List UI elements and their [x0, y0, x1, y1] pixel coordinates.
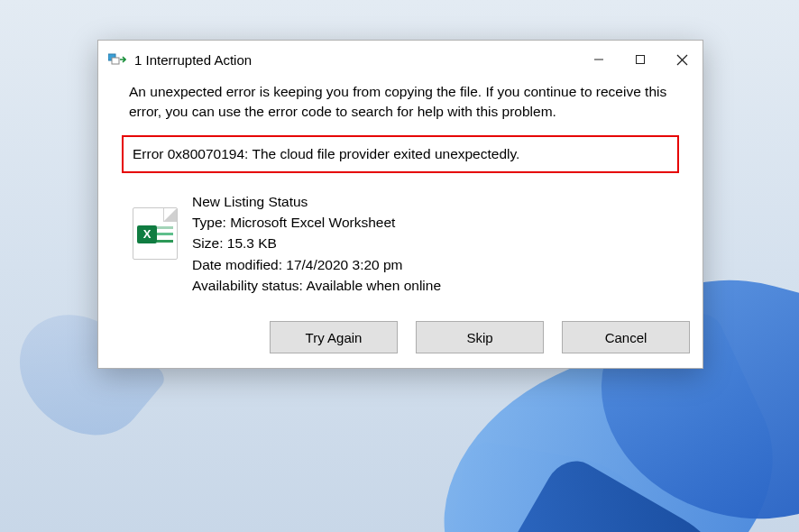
svg-rect-1: [112, 58, 119, 64]
cancel-button[interactable]: Cancel: [562, 321, 690, 353]
file-modified-row: Date modified: 17/4/2020 3:20 pm: [192, 254, 441, 275]
interrupted-action-dialog: 1 Interrupted Action An unexpected error…: [97, 40, 703, 369]
file-name: New Listing Status: [192, 191, 441, 212]
titlebar: 1 Interrupted Action: [98, 41, 703, 78]
excel-file-icon: X: [133, 207, 178, 260]
error-message: An unexpected error is keeping you from …: [129, 82, 672, 123]
file-availability-row: Availability status: Available when onli…: [192, 275, 441, 296]
error-code-line: Error 0x80070194: The cloud file provide…: [122, 135, 679, 173]
dialog-content: An unexpected error is keeping you from …: [98, 78, 703, 296]
dialog-buttons: Try Again Skip Cancel: [98, 312, 703, 368]
skip-button[interactable]: Skip: [416, 321, 544, 353]
file-size-row: Size: 15.3 KB: [192, 233, 441, 253]
file-details-block: X New Listing Status Type: Microsoft Exc…: [129, 191, 672, 296]
dialog-title: 1 Interrupted Action: [134, 52, 252, 68]
file-type-row: Type: Microsoft Excel Worksheet: [192, 212, 441, 233]
maximize-button[interactable]: [620, 41, 661, 78]
svg-rect-3: [637, 56, 645, 64]
try-again-button[interactable]: Try Again: [270, 321, 398, 353]
close-button[interactable]: [661, 41, 703, 78]
copy-dialog-icon: [107, 50, 127, 69]
minimize-button[interactable]: [578, 41, 620, 78]
